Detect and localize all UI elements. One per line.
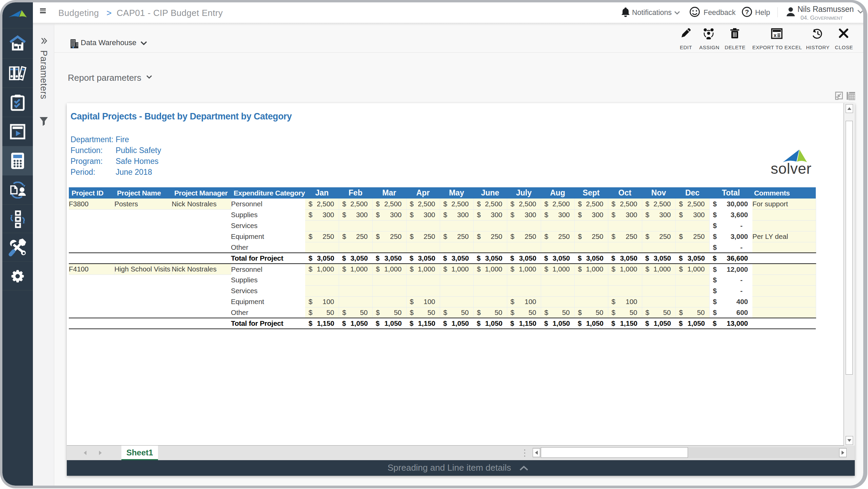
- svg-text:solver: solver: [771, 160, 811, 176]
- svg-text:?: ?: [745, 8, 749, 16]
- svg-text:x: x: [774, 32, 777, 38]
